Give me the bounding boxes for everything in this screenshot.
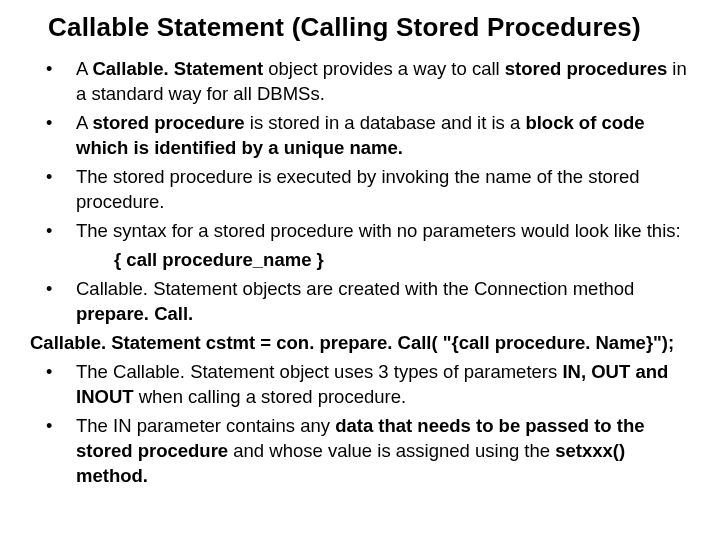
bullet-item: A stored procedure is stored in a databa… [30, 111, 690, 161]
bullet-item: The stored procedure is executed by invo… [30, 165, 690, 215]
bullet-item: The Callable. Statement object uses 3 ty… [30, 360, 690, 410]
bullet-item: The syntax for a stored procedure with n… [30, 219, 690, 244]
code-line: { call procedure_name } [30, 248, 690, 273]
code-line: Callable. Statement cstmt = con. prepare… [30, 331, 690, 356]
slide: Callable Statement (Calling Stored Proce… [0, 0, 720, 489]
slide-body: A Callable. Statement object provides a … [30, 57, 690, 489]
bullet-item: Callable. Statement objects are created … [30, 277, 690, 327]
bullet-item: The IN parameter contains any data that … [30, 414, 690, 489]
bullet-item: A Callable. Statement object provides a … [30, 57, 690, 107]
slide-title: Callable Statement (Calling Stored Proce… [48, 12, 690, 43]
